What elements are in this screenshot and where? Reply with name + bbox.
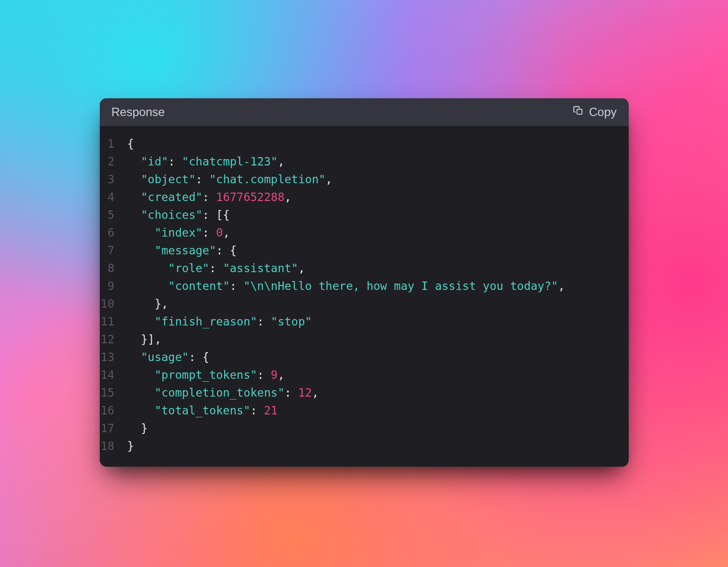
line-content: "message": { [127,242,237,259]
code-line: 2 "id": "chatcmpl-123", [100,153,629,170]
code-line: 8 "role": "assistant", [100,259,629,277]
code-line: 1{ [100,135,629,153]
line-content: "usage": { [127,348,209,366]
line-content: "object": "chat.completion", [127,170,332,188]
line-content: "index": 0, [127,224,230,242]
line-number: 12 [100,330,127,348]
code-body[interactable]: 1{2 "id": "chatcmpl-123",3 "object": "ch… [100,126,629,467]
code-line: 12 }], [100,330,629,348]
line-number: 18 [100,437,127,455]
copy-icon [573,105,584,119]
code-line: 11 "finish_reason": "stop" [100,313,629,330]
code-line: 15 "completion_tokens": 12, [100,384,629,402]
code-panel: Response Copy 1{2 "id": "chatcmpl-123",3… [100,98,629,467]
line-number: 9 [100,277,127,295]
code-line: 14 "prompt_tokens": 9, [100,366,629,384]
line-content: "content": "\n\nHello there, how may I a… [127,277,565,295]
line-content: "created": 1677652288, [127,188,291,206]
svg-rect-0 [577,109,582,114]
code-line: 10 }, [100,295,629,313]
panel-header: Response Copy [100,98,629,126]
line-number: 14 [100,366,127,384]
line-number: 13 [100,348,127,366]
line-number: 3 [100,170,127,188]
line-content: "choices": [{ [127,206,230,224]
code-line: 5 "choices": [{ [100,206,629,224]
code-line: 3 "object": "chat.completion", [100,170,629,188]
line-content: } [127,437,134,455]
line-number: 2 [100,153,127,170]
code-line: 7 "message": { [100,242,629,259]
code-line: 16 "total_tokens": 21 [100,402,629,419]
line-content: "prompt_tokens": 9, [127,366,285,384]
line-number: 7 [100,242,127,259]
code-line: 6 "index": 0, [100,224,629,242]
line-number: 4 [100,188,127,206]
line-content: } [127,419,148,437]
line-content: { [127,135,134,153]
line-number: 15 [100,384,127,402]
line-number: 10 [100,295,127,313]
line-content: "completion_tokens": 12, [127,384,319,402]
line-number: 1 [100,135,127,153]
line-content: }], [127,330,162,348]
line-content: }, [127,295,168,313]
code-line: 17 } [100,419,629,437]
code-line: 4 "created": 1677652288, [100,188,629,206]
code-line: 13 "usage": { [100,348,629,366]
copy-label: Copy [589,105,616,119]
line-number: 17 [100,419,127,437]
line-number: 5 [100,206,127,224]
line-number: 8 [100,259,127,277]
line-content: "id": "chatcmpl-123", [127,153,285,170]
line-number: 16 [100,402,127,419]
copy-button[interactable]: Copy [573,105,616,119]
code-line: 18} [100,437,629,455]
line-content: "role": "assistant", [127,259,305,277]
line-number: 11 [100,313,127,330]
panel-title: Response [112,105,165,119]
code-line: 9 "content": "\n\nHello there, how may I… [100,277,629,295]
line-number: 6 [100,224,127,242]
line-content: "finish_reason": "stop" [127,313,312,330]
line-content: "total_tokens": 21 [127,402,278,419]
